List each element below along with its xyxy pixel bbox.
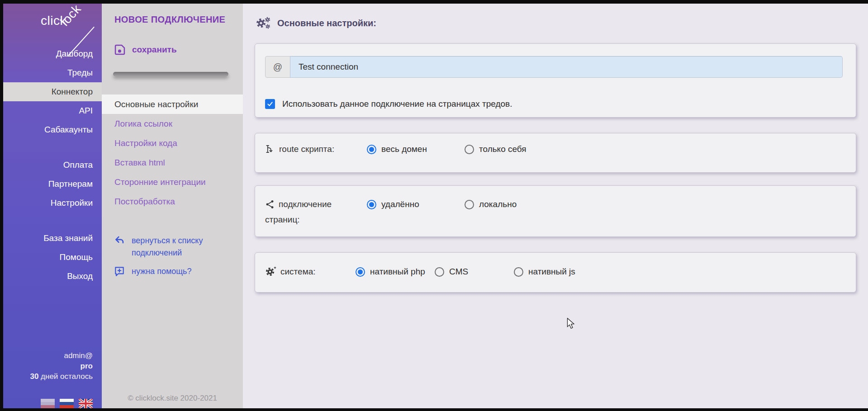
tab-code-settings[interactable]: Настройки кода <box>102 133 243 153</box>
page-heading: Основные настройки: <box>256 16 856 30</box>
system-card: система: нативный php CMS нативный js <box>255 252 856 293</box>
gears-icon <box>256 16 271 30</box>
account-plan: pro <box>3 361 93 371</box>
sidebar-item-knowledge-base[interactable]: База знаний <box>3 229 102 248</box>
checkbox-checked-icon[interactable] <box>265 99 275 109</box>
mouse-cursor <box>566 318 576 330</box>
page-title: Основные настройки: <box>277 18 376 28</box>
save-icon <box>114 43 126 56</box>
sidebar-item-partners[interactable]: Партнерам <box>3 175 102 194</box>
connection-name-group: @ <box>265 56 843 78</box>
radio-selected-icon <box>367 200 376 209</box>
sidebar-item-api[interactable]: API <box>3 101 102 120</box>
route-options: весь домен только себя <box>367 142 562 157</box>
add-comment-icon <box>114 265 125 277</box>
save-button[interactable]: сохранить <box>114 43 243 57</box>
help-link-label: нужна помощь? <box>132 265 227 278</box>
radio-selected-icon <box>356 267 365 277</box>
flag-en-icon[interactable] <box>79 399 93 408</box>
route-icon <box>265 144 275 154</box>
sidebar-item-help[interactable]: Помощь <box>3 248 102 267</box>
system-options: нативный php CMS нативный js <box>356 264 593 279</box>
route-label: route скрипта: <box>265 142 367 157</box>
connection-name-input[interactable] <box>290 56 843 78</box>
radio-unselected-icon <box>465 145 474 154</box>
sidebar-item-threads[interactable]: Треды <box>3 63 102 82</box>
connection-settings-nav: Основные настройки Логика ссылок Настрой… <box>102 94 243 211</box>
sidebar-nav: Дашборд Треды Коннектор API Сабакаунты О… <box>3 44 102 286</box>
copyright-footer: © clicklock.site 2020-2021 <box>102 394 243 403</box>
radio-local[interactable]: локально <box>465 197 562 212</box>
account-info: admin@ pro 30 дней осталось <box>3 350 102 382</box>
connection-name-card: @ Использовать данное подключение на стр… <box>255 43 856 118</box>
pages-connection-label: подключение страниц: <box>265 197 367 227</box>
panel-title: НОВОЕ ПОДКЛЮЧЕНИЕ <box>114 14 243 25</box>
back-link-label: вернуться к списку подключений <box>132 235 227 259</box>
tab-html-insert[interactable]: Вставка html <box>102 153 243 172</box>
language-switcher <box>3 399 102 408</box>
at-addon: @ <box>265 56 290 78</box>
sidebar: click lock Дашборд Треды Коннектор API С… <box>3 4 102 408</box>
system-label: система: <box>265 264 356 279</box>
sidebar-item-payment[interactable]: Оплата <box>3 156 102 175</box>
radio-only-self[interactable]: только себя <box>465 142 562 157</box>
sidebar-item-connector[interactable]: Коннектор <box>3 82 102 101</box>
radio-selected-icon <box>367 145 376 154</box>
flag-ru-icon[interactable] <box>60 399 74 408</box>
radio-unselected-icon <box>435 267 444 277</box>
panel-divider <box>113 72 228 76</box>
tab-postprocessing[interactable]: Постобработка <box>102 192 243 211</box>
radio-unselected-icon <box>465 200 474 209</box>
radio-native-php[interactable]: нативный php <box>356 264 435 279</box>
tab-basic-settings[interactable]: Основные настройки <box>102 94 243 114</box>
app-window: click lock Дашборд Треды Коннектор API С… <box>0 0 868 411</box>
connection-panel: НОВОЕ ПОДКЛЮЧЕНИЕ сохранить Основные нас… <box>102 4 243 408</box>
tab-link-logic[interactable]: Логика ссылок <box>102 114 243 133</box>
account-days-left: 30 дней осталось <box>3 371 93 382</box>
gear-suggest-icon <box>265 266 277 277</box>
sidebar-item-logout[interactable]: Выход <box>3 267 102 286</box>
route-card: route скрипта: весь домен только себя <box>255 133 856 173</box>
tab-third-party-integrations[interactable]: Сторонние интеграции <box>102 172 243 192</box>
account-login: admin@ <box>3 350 93 361</box>
undo-icon <box>114 235 125 246</box>
radio-unselected-icon <box>514 267 523 277</box>
save-button-label: сохранить <box>132 45 177 55</box>
clicklock-logo[interactable]: click lock <box>3 4 102 41</box>
need-help-link[interactable]: нужна помощь? <box>114 265 227 278</box>
sidebar-item-settings[interactable]: Настройки <box>3 194 102 213</box>
sidebar-item-subaccounts[interactable]: Сабакаунты <box>3 120 102 139</box>
radio-cms[interactable]: CMS <box>435 264 514 279</box>
pages-options: удалённо локально <box>367 197 562 212</box>
radio-native-js[interactable]: нативный js <box>514 264 593 279</box>
pages-connection-card: подключение страниц: удалённо локально <box>255 185 856 237</box>
flag-ru-inactive-icon[interactable] <box>41 399 55 408</box>
panel-links: вернуться к списку подключений нужна пом… <box>114 235 243 278</box>
sidebar-item-dashboard[interactable]: Дашборд <box>3 44 102 63</box>
main-content: Основные настройки: @ Использовать данно… <box>243 4 868 408</box>
share-icon <box>265 199 275 209</box>
radio-whole-domain[interactable]: весь домен <box>367 142 465 157</box>
use-on-threads-checkbox-row[interactable]: Использовать данное подключение на стран… <box>265 99 846 109</box>
radio-remote[interactable]: удалённо <box>367 197 465 212</box>
checkbox-label: Использовать данное подключение на стран… <box>282 99 512 109</box>
back-to-connections-link[interactable]: вернуться к списку подключений <box>114 235 227 259</box>
